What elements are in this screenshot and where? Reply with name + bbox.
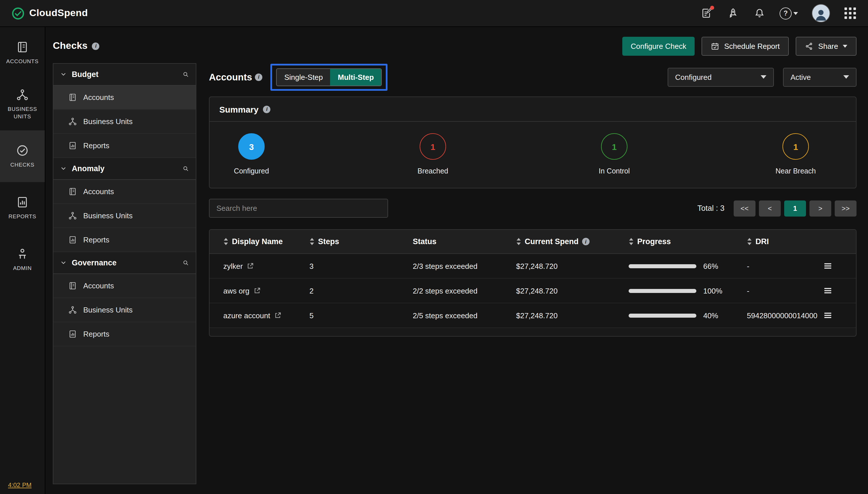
stat-in-control[interactable]: 1 In Control [588,133,640,175]
info-icon[interactable]: i [263,106,271,113]
last-page-button[interactable]: >> [835,200,856,216]
info-icon[interactable]: i [582,238,590,245]
column-display-name[interactable]: Display Name [223,237,310,246]
rail-item-business-units[interactable]: BUSINESS UNITS [0,79,45,130]
next-page-button[interactable]: > [809,200,831,216]
search-icon[interactable] [182,71,189,78]
search-input[interactable] [209,199,388,218]
section-label: Budget [72,70,177,79]
row-menu-icon[interactable] [823,310,833,321]
status-value: 2/3 steps exceeded [413,262,516,270]
row-menu-icon[interactable] [823,285,833,296]
stat-near-breach[interactable]: 1 Near Breach [770,133,822,175]
search-icon[interactable] [182,166,189,172]
sidebar-item-governance-accounts[interactable]: Accounts [53,274,196,298]
external-link-icon[interactable] [254,287,260,294]
user-avatar[interactable] [812,4,830,22]
help-icon: ? [780,7,792,19]
page-actions: Configure Check Schedule Report Share [622,37,856,55]
column-current-spend[interactable]: Current Spend i [516,237,629,246]
business-units-icon [68,117,77,126]
steps-value: 5 [310,311,413,320]
account-name[interactable]: zylker [223,262,243,270]
notifications-button[interactable] [753,7,766,20]
stat-label: Configured [234,167,269,175]
current-page-button[interactable]: 1 [784,200,806,216]
help-menu[interactable]: ? [780,7,798,19]
prev-page-button[interactable]: < [759,200,781,216]
column-label: Current Spend [525,237,579,246]
sidebar-item-budget-accounts[interactable]: Accounts [53,86,196,110]
page-title: Checks [53,40,87,52]
section-label: Governance [72,259,177,267]
external-link-icon[interactable] [247,263,254,269]
account-name-cell: zylker [223,262,310,270]
section-budget[interactable]: Budget [53,64,196,86]
column-progress[interactable]: Progress [629,237,747,246]
stat-label: Breached [417,167,448,175]
row-menu-icon[interactable] [823,261,833,271]
first-page-button[interactable]: << [734,200,755,216]
progress-cell: 40% [629,311,747,320]
section-label: Anomaly [72,164,177,173]
chevron-down-icon [60,166,66,172]
stat-value: 3 [238,133,265,160]
stat-breached[interactable]: 1 Breached [407,133,459,175]
sidebar-item-anomaly-accounts[interactable]: Accounts [53,180,196,204]
calendar-icon [711,42,719,50]
single-step-toggle[interactable]: Single-Step [277,69,330,85]
feedback-button[interactable] [701,7,713,20]
account-name[interactable]: azure account [223,311,270,320]
sidebar-item-governance-business-units[interactable]: Business Units [53,298,196,322]
progress-bar [629,289,696,293]
rail-label: BUSINESS UNITS [0,106,45,120]
info-icon[interactable]: i [255,73,262,81]
configure-check-button[interactable]: Configure Check [622,37,695,55]
column-label: Steps [318,237,339,246]
app-root: CloudSpend ? [0,0,868,494]
schedule-report-button[interactable]: Schedule Report [702,37,789,55]
sort-icon [310,238,315,245]
active-filter-value: Active [790,73,811,81]
clock-time-link[interactable]: 4:02 PM [8,481,32,488]
rail-item-checks[interactable]: CHECKS [0,130,45,182]
rail-item-admin[interactable]: ADMIN [0,234,45,285]
configured-filter-value: Configured [675,73,712,81]
column-steps[interactable]: Steps [310,237,413,246]
page-title-wrap: Checks i [53,40,100,52]
rail-item-reports[interactable]: REPORTS [0,182,45,234]
rail-label: CHECKS [8,161,37,169]
active-filter-select[interactable]: Active [783,68,856,87]
column-dri[interactable]: DRI [747,237,823,246]
rail-item-accounts[interactable]: ACCOUNTS [0,27,45,79]
apps-grid-button[interactable] [844,7,856,20]
share-button[interactable]: Share [796,37,856,55]
whats-new-button[interactable] [727,7,739,20]
account-name[interactable]: aws org [223,286,250,295]
section-anomaly[interactable]: Anomaly [53,158,196,180]
info-icon[interactable]: i [92,42,100,50]
accounts-heading: Accounts i [209,72,262,82]
table-toolbar: Total : 3 << < 1 > >> [209,199,856,218]
sidebar-item-anomaly-reports[interactable]: Reports [53,228,196,252]
sidebar-item-budget-business-units[interactable]: Business Units [53,110,196,134]
pagination: << < 1 > >> [734,200,856,216]
brand-name: CloudSpend [29,7,88,19]
multi-step-toggle[interactable]: Multi-Step [330,69,381,85]
section-governance[interactable]: Governance [53,252,196,274]
stat-configured[interactable]: 3 Configured [225,133,277,175]
accounts-icon [16,40,29,53]
sidebar-item-governance-reports[interactable]: Reports [53,322,196,346]
cloudspend-logo-icon [12,6,25,20]
person-icon [813,7,828,22]
brand[interactable]: CloudSpend [12,6,88,20]
sidebar-item-anomaly-business-units[interactable]: Business Units [53,204,196,228]
sidebar-item-budget-reports[interactable]: Reports [53,134,196,158]
configured-filter-select[interactable]: Configured [668,68,774,87]
stat-value: 1 [601,133,628,160]
column-label: Status [413,237,437,246]
account-name-cell: azure account [223,311,310,320]
external-link-icon[interactable] [274,312,281,319]
search-icon[interactable] [182,260,189,266]
rail-label: ACCOUNTS [4,58,41,65]
